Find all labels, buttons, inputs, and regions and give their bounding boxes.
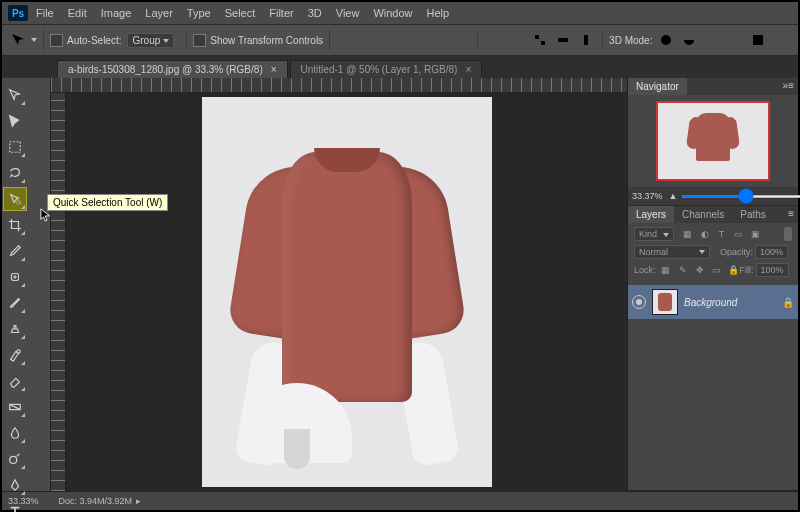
3d-scale-icon[interactable] bbox=[750, 32, 766, 48]
svg-rect-3 bbox=[584, 35, 588, 45]
ruler-vertical[interactable] bbox=[51, 93, 66, 491]
filter-pixel-icon[interactable]: ▦ bbox=[682, 228, 694, 240]
type-tool[interactable] bbox=[3, 499, 27, 512]
zoom-slider[interactable] bbox=[681, 195, 800, 198]
lock-pixels-icon[interactable]: ✎ bbox=[677, 264, 689, 276]
auto-select-checkbox[interactable] bbox=[50, 34, 63, 47]
blend-mode-select[interactable]: Normal bbox=[634, 245, 710, 259]
distribute-2-icon[interactable] bbox=[509, 32, 525, 48]
eraser-tool[interactable] bbox=[3, 369, 27, 393]
menu-image[interactable]: Image bbox=[101, 7, 132, 19]
document-canvas[interactable] bbox=[202, 97, 492, 487]
3d-orbit-icon[interactable] bbox=[658, 32, 674, 48]
layer-filter-kind-select[interactable]: Kind bbox=[634, 227, 674, 241]
document-tab-inactive[interactable]: Untitled-1 @ 50% (Layer 1, RGB/8)× bbox=[290, 60, 483, 78]
align-top-icon[interactable] bbox=[338, 32, 354, 48]
svg-point-9 bbox=[17, 350, 21, 354]
lock-icon[interactable]: 🔒 bbox=[782, 297, 794, 308]
distribute-3-icon[interactable] bbox=[532, 32, 548, 48]
3d-roll-icon[interactable] bbox=[681, 32, 697, 48]
menu-select[interactable]: Select bbox=[225, 7, 256, 19]
opacity-input[interactable]: 100% bbox=[755, 245, 788, 259]
opacity-label: Opacity: bbox=[720, 247, 753, 257]
show-transform-checkbox[interactable] bbox=[193, 34, 206, 47]
filter-smart-icon[interactable]: ▣ bbox=[750, 228, 762, 240]
distribute-4-icon[interactable] bbox=[555, 32, 571, 48]
quick-selection-tool[interactable] bbox=[3, 187, 27, 211]
filter-toggle[interactable] bbox=[784, 227, 792, 241]
panel-menu-icon[interactable]: ≡ bbox=[784, 206, 798, 223]
move-tool[interactable] bbox=[3, 83, 27, 107]
shirt-torso bbox=[282, 152, 412, 402]
lock-transparent-icon[interactable]: ▦ bbox=[660, 264, 672, 276]
dodge-tool[interactable] bbox=[3, 447, 27, 471]
gradient-tool[interactable] bbox=[3, 395, 27, 419]
distribute-5-icon[interactable] bbox=[578, 32, 594, 48]
ruler-horizontal[interactable] bbox=[51, 78, 627, 93]
right-panels: Navigator »≡ 33.37% ▲ bbox=[627, 78, 798, 491]
menu-filter[interactable]: Filter bbox=[269, 7, 293, 19]
layer-row[interactable]: Background 🔒 bbox=[628, 285, 798, 319]
align-left-icon[interactable] bbox=[407, 32, 423, 48]
distribute-1-icon[interactable] bbox=[486, 32, 502, 48]
zoom-value[interactable]: 33.37% bbox=[632, 191, 663, 201]
canvas-area[interactable] bbox=[66, 93, 627, 491]
close-icon[interactable]: × bbox=[465, 64, 471, 75]
move-tool-icon[interactable] bbox=[10, 32, 26, 48]
svg-rect-6 bbox=[10, 142, 21, 153]
menu-file[interactable]: File bbox=[36, 7, 54, 19]
align-vcenter-icon[interactable] bbox=[361, 32, 377, 48]
3d-slide-icon[interactable] bbox=[727, 32, 743, 48]
menu-layer[interactable]: Layer bbox=[145, 7, 173, 19]
clone-stamp-tool[interactable] bbox=[3, 317, 27, 341]
healing-brush-tool[interactable] bbox=[3, 265, 27, 289]
pen-tool[interactable] bbox=[3, 473, 27, 497]
channels-tab[interactable]: Channels bbox=[674, 206, 732, 223]
layer-name[interactable]: Background bbox=[684, 297, 737, 308]
svg-rect-0 bbox=[535, 35, 539, 39]
paths-tab[interactable]: Paths bbox=[732, 206, 774, 223]
lock-label: Lock: bbox=[634, 265, 656, 275]
3d-pan-icon[interactable] bbox=[704, 32, 720, 48]
artboard-tool[interactable] bbox=[3, 109, 27, 133]
navigator-tab[interactable]: Navigator bbox=[628, 78, 687, 95]
align-hcenter-icon[interactable] bbox=[430, 32, 446, 48]
menu-edit[interactable]: Edit bbox=[68, 7, 87, 19]
document-tab-active[interactable]: a-birds-150308_1280.jpg @ 33.3% (RGB/8)× bbox=[57, 60, 288, 78]
show-transform-label: Show Transform Controls bbox=[210, 35, 323, 46]
close-icon[interactable]: × bbox=[271, 64, 277, 75]
status-doc-size[interactable]: Doc: 3.94M/3.92M bbox=[59, 496, 133, 506]
marquee-tool[interactable] bbox=[3, 135, 27, 159]
brush-tool[interactable] bbox=[3, 291, 27, 315]
lock-position-icon[interactable]: ✥ bbox=[694, 264, 706, 276]
svg-point-7 bbox=[17, 201, 21, 205]
filter-type-icon[interactable]: T bbox=[716, 228, 728, 240]
menu-view[interactable]: View bbox=[336, 7, 360, 19]
auto-select-target-select[interactable]: Group bbox=[127, 33, 174, 48]
lasso-tool[interactable] bbox=[3, 161, 27, 185]
lock-all-icon[interactable]: 🔒 bbox=[728, 264, 740, 276]
layers-tab[interactable]: Layers bbox=[628, 206, 674, 223]
crop-tool[interactable] bbox=[3, 213, 27, 237]
history-brush-tool[interactable] bbox=[3, 343, 27, 367]
fill-input[interactable]: 100% bbox=[756, 263, 789, 277]
filter-shape-icon[interactable]: ▭ bbox=[733, 228, 745, 240]
zoom-out-icon[interactable]: ▲ bbox=[669, 191, 678, 201]
lock-artboard-icon[interactable]: ▭ bbox=[711, 264, 723, 276]
filter-adjust-icon[interactable]: ◐ bbox=[699, 228, 711, 240]
eyedropper-tool[interactable] bbox=[3, 239, 27, 263]
menu-bar: Ps File Edit Image Layer Type Select Fil… bbox=[2, 2, 798, 25]
menu-window[interactable]: Window bbox=[373, 7, 412, 19]
menu-type[interactable]: Type bbox=[187, 7, 211, 19]
menu-3d[interactable]: 3D bbox=[308, 7, 322, 19]
layer-thumbnail[interactable] bbox=[652, 289, 678, 315]
panel-menu-icon[interactable]: »≡ bbox=[779, 78, 798, 95]
visibility-toggle-icon[interactable] bbox=[632, 295, 646, 309]
tool-preset-dropdown-icon[interactable] bbox=[31, 38, 37, 42]
navigator-thumbnail[interactable] bbox=[656, 101, 770, 181]
menu-help[interactable]: Help bbox=[427, 7, 450, 19]
status-disclosure-icon[interactable]: ▸ bbox=[136, 496, 141, 506]
align-right-icon[interactable] bbox=[453, 32, 469, 48]
align-bottom-icon[interactable] bbox=[384, 32, 400, 48]
blur-tool[interactable] bbox=[3, 421, 27, 445]
